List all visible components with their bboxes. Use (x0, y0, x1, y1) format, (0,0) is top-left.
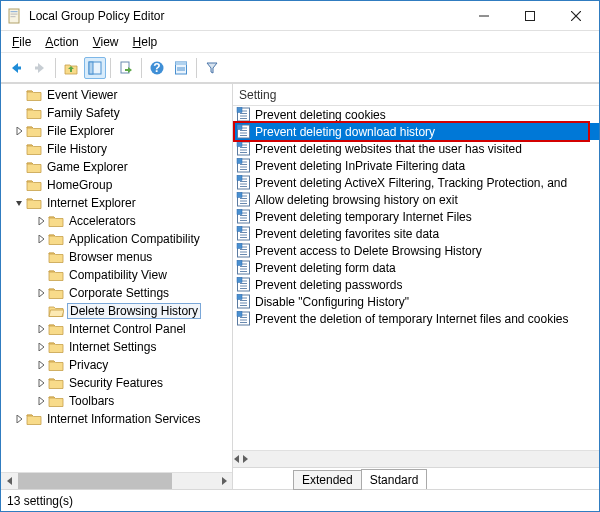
expand-icon[interactable] (13, 413, 25, 425)
tree-item-label: Internet Explorer (45, 196, 138, 210)
setting-icon (236, 294, 252, 309)
show-hide-tree-button[interactable] (84, 57, 106, 79)
list-item[interactable]: Prevent deleting ActiveX Filtering, Trac… (233, 174, 599, 191)
svg-rect-8 (11, 13, 18, 14)
menu-view[interactable]: View (86, 31, 126, 52)
tree-item[interactable]: Toolbars (1, 392, 232, 410)
setting-icon (236, 175, 252, 190)
tree-item[interactable]: Accelerators (1, 212, 232, 230)
status-text: 13 setting(s) (7, 494, 73, 508)
list-item-label: Prevent deleting passwords (255, 278, 402, 292)
list-item-label: Prevent deleting websites that the user … (255, 142, 522, 156)
tree-item-label: Event Viewer (45, 88, 119, 102)
scroll-right-icon[interactable] (215, 473, 232, 490)
tree-item[interactable]: Delete Browsing History (1, 302, 232, 320)
tree-item[interactable]: Privacy (1, 356, 232, 374)
expand-icon[interactable] (35, 287, 47, 299)
gpedit-window: Local Group Policy Editor File Action Vi… (0, 0, 600, 512)
svg-rect-7 (11, 11, 18, 12)
tree-item[interactable]: Compatibility View (1, 266, 232, 284)
close-button[interactable] (553, 1, 599, 30)
tree-item[interactable]: Browser menus (1, 248, 232, 266)
tree-item[interactable]: Internet Information Services (1, 410, 232, 428)
tree-item[interactable]: Security Features (1, 374, 232, 392)
scroll-left-icon[interactable] (1, 473, 18, 490)
tree-item[interactable]: HomeGroup (1, 176, 232, 194)
list-item-label: Prevent deleting favorites site data (255, 227, 439, 241)
menu-action[interactable]: Action (38, 31, 85, 52)
list-item[interactable]: Prevent deleting favorites site data (233, 225, 599, 242)
minimize-button[interactable] (461, 1, 507, 30)
folder-icon (26, 88, 42, 102)
collapse-icon[interactable] (13, 197, 25, 209)
setting-icon (236, 311, 252, 326)
expand-icon[interactable] (13, 125, 25, 137)
list-item[interactable]: Prevent deleting InPrivate Filtering dat… (233, 157, 599, 174)
tree[interactable]: Event ViewerFamily SafetyFile ExplorerFi… (1, 84, 232, 472)
folder-icon (26, 178, 42, 192)
list-item[interactable]: Prevent the deletion of temporary Intern… (233, 310, 599, 327)
tree-item[interactable]: Corporate Settings (1, 284, 232, 302)
tree-item[interactable]: Event Viewer (1, 86, 232, 104)
folder-icon (26, 196, 42, 210)
tree-item-label: Game Explorer (45, 160, 130, 174)
list-item[interactable]: Prevent access to Delete Browsing Histor… (233, 242, 599, 259)
list-item[interactable]: Prevent deleting passwords (233, 276, 599, 293)
no-expand (13, 143, 25, 155)
scroll-left-icon[interactable] (233, 452, 241, 466)
tree-item-label: Internet Control Panel (67, 322, 188, 336)
tree-item[interactable]: File History (1, 140, 232, 158)
up-button[interactable] (60, 57, 82, 79)
setting-icon (236, 192, 252, 207)
list-item[interactable]: Prevent deleting cookies (233, 106, 599, 123)
tree-item[interactable]: Application Compatibility (1, 230, 232, 248)
expand-icon[interactable] (35, 323, 47, 335)
tree-item[interactable]: Internet Settings (1, 338, 232, 356)
tab-extended[interactable]: Extended (293, 470, 362, 490)
list-item-label: Prevent deleting download history (255, 125, 435, 139)
maximize-button[interactable] (507, 1, 553, 30)
list-item[interactable]: Allow deleting browsing history on exit (233, 191, 599, 208)
back-button[interactable] (5, 57, 27, 79)
expand-icon[interactable] (35, 395, 47, 407)
app-icon (7, 8, 23, 24)
list-item[interactable]: Prevent deleting websites that the user … (233, 140, 599, 157)
tree-item[interactable]: File Explorer (1, 122, 232, 140)
filter-button[interactable] (201, 57, 223, 79)
tree-item[interactable]: Internet Explorer (1, 194, 232, 212)
list-item[interactable]: Prevent deleting temporary Internet File… (233, 208, 599, 225)
expand-icon[interactable] (35, 377, 47, 389)
tree-item[interactable]: Family Safety (1, 104, 232, 122)
list-item-label: Prevent deleting temporary Internet File… (255, 210, 472, 224)
tree-item-label: Security Features (67, 376, 165, 390)
export-button[interactable] (115, 57, 137, 79)
help-button[interactable]: ? (146, 57, 168, 79)
scroll-right-icon[interactable] (241, 452, 249, 466)
tab-standard[interactable]: Standard (361, 469, 428, 489)
title-bar[interactable]: Local Group Policy Editor (1, 1, 599, 31)
expand-icon[interactable] (35, 215, 47, 227)
properties-button[interactable] (170, 57, 192, 79)
list-item[interactable]: Prevent deleting download history (233, 123, 599, 140)
column-header-setting[interactable]: Setting (233, 84, 599, 106)
expand-icon[interactable] (35, 359, 47, 371)
list-item-label: Prevent the deletion of temporary Intern… (255, 312, 569, 326)
svg-rect-11 (526, 11, 535, 20)
svg-text:?: ? (153, 61, 160, 75)
tree-item[interactable]: Internet Control Panel (1, 320, 232, 338)
tree-item-label: Browser menus (67, 250, 154, 264)
tree-h-scrollbar[interactable] (1, 472, 232, 489)
list-pane: Setting Prevent deleting cookiesPrevent … (233, 84, 599, 489)
tree-item-label: Accelerators (67, 214, 138, 228)
menu-file[interactable]: File (5, 31, 38, 52)
list-h-scrollbar[interactable] (233, 450, 599, 467)
tree-item[interactable]: Game Explorer (1, 158, 232, 176)
expand-icon[interactable] (35, 233, 47, 245)
menu-help[interactable]: Help (126, 31, 165, 52)
settings-list[interactable]: Prevent deleting cookiesPrevent deleting… (233, 106, 599, 450)
forward-button[interactable] (29, 57, 51, 79)
folder-icon (48, 358, 64, 372)
expand-icon[interactable] (35, 341, 47, 353)
list-item[interactable]: Disable "Configuring History" (233, 293, 599, 310)
list-item[interactable]: Prevent deleting form data (233, 259, 599, 276)
